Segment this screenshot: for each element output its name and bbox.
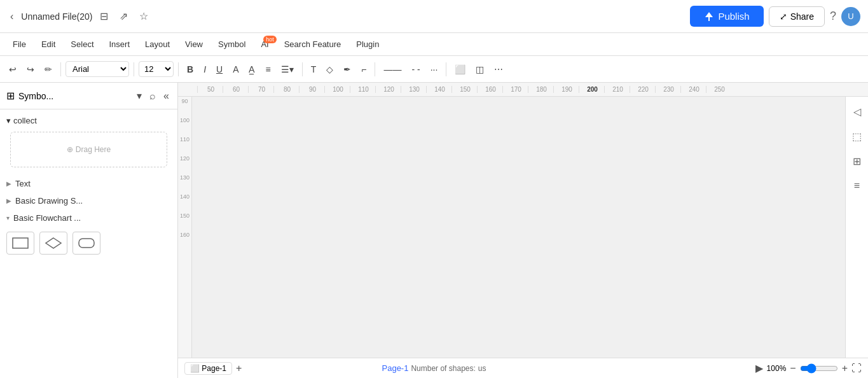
menu-layout[interactable]: Layout bbox=[139, 37, 176, 52]
right-panel: 50 60 70 80 90 100 110 120 130 140 150 1… bbox=[178, 83, 868, 378]
text-tool-button[interactable]: T bbox=[307, 62, 320, 77]
font-size-select[interactable]: 12 bbox=[139, 61, 174, 77]
shape-diamond[interactable] bbox=[39, 232, 67, 255]
page-name-badge: Page-1 bbox=[382, 363, 409, 373]
help-button[interactable]: ? bbox=[830, 10, 836, 23]
v-ruler-160: 160 bbox=[180, 230, 189, 249]
align-button[interactable]: ≡ bbox=[261, 62, 274, 77]
menu-search[interactable]: Search Feature bbox=[278, 37, 348, 52]
zoom-controls: ▶ 100% − + ⛶ bbox=[755, 362, 862, 374]
menu-ai[interactable]: AI hot bbox=[254, 37, 275, 52]
v-ruler-130: 130 bbox=[180, 173, 189, 192]
sidebar-search-icon[interactable]: ⌕ bbox=[148, 88, 158, 104]
zoom-level: 100% bbox=[767, 364, 787, 373]
separator-6 bbox=[446, 62, 446, 76]
right-icons: ◁ ⬚ ⊞ ≡ bbox=[845, 97, 868, 358]
zoom-in-button[interactable]: + bbox=[842, 363, 848, 374]
right-panel-inner: 90 100 110 120 130 140 150 160 bbox=[178, 97, 868, 358]
line-style-button[interactable]: —— bbox=[380, 62, 405, 77]
sidebar-flowchart-label: Basic Flowchart ... bbox=[13, 213, 81, 223]
page-1-button[interactable]: ⬜ Page-1 bbox=[184, 362, 232, 375]
sidebar-collapse-icon[interactable]: « bbox=[162, 88, 171, 104]
sidebar-item-flowchart[interactable]: ▾ Basic Flowchart ... bbox=[0, 209, 177, 227]
ruler-220: 220 bbox=[630, 86, 655, 93]
ruler-210: 210 bbox=[604, 86, 630, 93]
dotted-button[interactable]: ··· bbox=[427, 62, 442, 77]
menu-symbol[interactable]: Symbol bbox=[212, 37, 252, 52]
publish-button[interactable]: Publish bbox=[690, 6, 763, 27]
menu-select[interactable]: Select bbox=[64, 37, 100, 52]
play-button[interactable]: ▶ bbox=[755, 362, 763, 374]
right-panel-1[interactable]: ◁ bbox=[850, 102, 865, 122]
sidebar-shapes bbox=[0, 227, 177, 260]
sidebar-item-text[interactable]: ▶ Text bbox=[0, 175, 177, 192]
align-options-button[interactable]: ☰▾ bbox=[277, 62, 298, 77]
menu-edit[interactable]: Edit bbox=[35, 37, 62, 52]
star-icon[interactable]: ☆ bbox=[137, 8, 151, 25]
ruler-160: 160 bbox=[477, 86, 502, 93]
frame2-button[interactable]: ◫ bbox=[472, 62, 488, 77]
fill-tool-button[interactable]: ◇ bbox=[322, 62, 337, 77]
v-ruler-100: 100 bbox=[180, 116, 189, 135]
collect-header[interactable]: ▾ collect bbox=[6, 113, 171, 128]
connector-button[interactable]: ⌐ bbox=[357, 62, 370, 77]
menu-plugin[interactable]: Plugin bbox=[350, 37, 385, 52]
menu-insert[interactable]: Insert bbox=[103, 37, 137, 52]
menu-view[interactable]: View bbox=[179, 37, 209, 52]
border-style-button[interactable]: - - bbox=[408, 62, 424, 77]
sidebar-header: ⊞ Symbo... ▾ ⌕ « bbox=[0, 83, 177, 109]
publish-label: Publish bbox=[718, 11, 749, 22]
share-label: Share bbox=[790, 11, 814, 22]
drag-plus-icon: ⊕ bbox=[67, 145, 73, 154]
right-panel-list[interactable]: ≡ bbox=[850, 176, 864, 195]
collect-section: ▾ collect ⊕ Drag Here bbox=[0, 109, 177, 175]
main: ⊞ Symbo... ▾ ⌕ « ▾ collect ⊕ Drag Here ▶… bbox=[0, 83, 868, 378]
separator-5 bbox=[375, 62, 375, 76]
right-panel-3[interactable]: ⊞ bbox=[849, 151, 865, 171]
separator-4 bbox=[302, 62, 303, 76]
font-bg-button[interactable]: A̲ bbox=[245, 62, 259, 77]
ruler-200: 200 bbox=[579, 86, 604, 93]
ruler-170: 170 bbox=[502, 86, 528, 93]
font-color-button[interactable]: A bbox=[229, 62, 242, 77]
shape-rounded-rect[interactable] bbox=[72, 232, 100, 255]
ruler-80: 80 bbox=[273, 86, 299, 93]
sidebar-item-basic-drawing[interactable]: ▶ Basic Drawing S... bbox=[0, 192, 177, 209]
format-painter-button[interactable]: ✏ bbox=[41, 62, 56, 77]
save-icon[interactable]: ⊟ bbox=[97, 8, 111, 25]
italic-button[interactable]: I bbox=[200, 62, 210, 77]
page-controls: ⬜ Page-1 + bbox=[184, 362, 242, 375]
shape-rect[interactable] bbox=[6, 232, 34, 255]
font-family-select[interactable]: Arial bbox=[65, 61, 129, 77]
sidebar-expand-icon[interactable]: ▾ bbox=[135, 88, 144, 104]
undo-button[interactable]: ↩ bbox=[5, 62, 20, 77]
ruler-150: 150 bbox=[451, 86, 477, 93]
ruler-60: 60 bbox=[223, 86, 248, 93]
redo-button[interactable]: ↪ bbox=[23, 62, 38, 77]
pen-tool-button[interactable]: ✒ bbox=[340, 62, 355, 77]
ruler-230: 230 bbox=[655, 86, 680, 93]
back-button[interactable]: ‹ bbox=[8, 8, 16, 25]
right-panel-2[interactable]: ⬚ bbox=[848, 127, 865, 146]
ruler-250: 250 bbox=[706, 86, 731, 93]
ruler-70: 70 bbox=[248, 86, 273, 93]
bold-button[interactable]: B bbox=[183, 62, 197, 77]
zoom-slider[interactable] bbox=[800, 363, 838, 374]
ruler-marks: 50 60 70 80 90 100 110 120 130 140 150 1… bbox=[197, 86, 731, 93]
frame-button[interactable]: ⬜ bbox=[451, 62, 469, 77]
more-options-button[interactable]: ⋯ bbox=[490, 62, 507, 77]
zoom-out-button[interactable]: − bbox=[790, 363, 796, 374]
ai-hot-badge: hot bbox=[263, 36, 277, 43]
add-page-button[interactable]: + bbox=[236, 363, 242, 374]
share-button[interactable]: ⤢ Share bbox=[769, 6, 825, 27]
menu-file[interactable]: File bbox=[6, 37, 32, 52]
sidebar-flowchart-arrow: ▾ bbox=[6, 214, 10, 221]
ruler-140: 140 bbox=[426, 86, 451, 93]
underline-button[interactable]: U bbox=[212, 62, 226, 77]
fullscreen-button[interactable]: ⛶ bbox=[851, 363, 862, 374]
publish-icon bbox=[704, 11, 714, 22]
menu-bar: File Edit Select Insert Layout View Symb… bbox=[0, 33, 868, 56]
svg-rect-2 bbox=[79, 239, 94, 248]
export-icon[interactable]: ⇗ bbox=[117, 8, 130, 25]
sidebar-title: Symbo... bbox=[18, 91, 131, 101]
